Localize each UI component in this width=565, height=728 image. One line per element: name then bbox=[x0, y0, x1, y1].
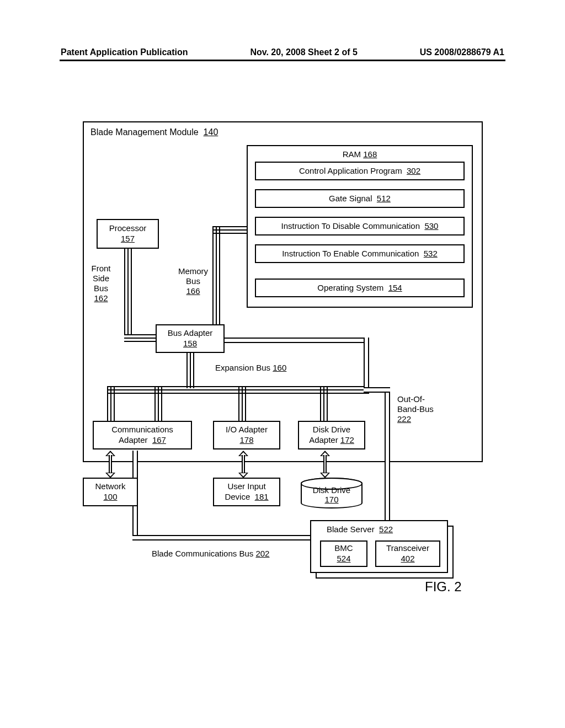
ram-item-os: Operating System 154 bbox=[255, 279, 465, 297]
network-box: Network 100 bbox=[83, 478, 138, 506]
bus-drop-dd bbox=[320, 386, 328, 422]
header-rule bbox=[60, 60, 505, 61]
arrow-dd-disk bbox=[320, 451, 330, 478]
ram-item-gate: Gate Signal 512 bbox=[255, 189, 465, 208]
bus-fsb-vert bbox=[124, 249, 132, 334]
label-expansion-bus: Expansion Bus 160 bbox=[215, 363, 286, 373]
comm-adapter-box: Communications Adapter 167 bbox=[93, 421, 192, 449]
label-memory-bus: MemoryBus166 bbox=[174, 266, 212, 296]
ram-item-cap: Control Application Program 302 bbox=[255, 162, 465, 180]
bus-drop-comm bbox=[107, 386, 115, 422]
bus-fsb-horiz bbox=[124, 334, 160, 342]
processor-box: Processor 157 bbox=[97, 219, 159, 249]
label-oob-bus: Out-Of-Band-Bus222 bbox=[397, 394, 441, 424]
bus-drop-comm2 bbox=[154, 386, 162, 422]
bus-oob-horiz bbox=[364, 387, 390, 393]
bus-adapter-box: Bus Adapter 158 bbox=[156, 324, 225, 353]
figure-label: FIG. 2 bbox=[425, 579, 462, 595]
module-ref: 140 bbox=[204, 127, 218, 137]
label-fsb: FrontSideBus162 bbox=[87, 264, 115, 303]
ram-item-dis: Instruction To Disable Communication 530 bbox=[255, 217, 465, 235]
arrow-io-uid bbox=[238, 451, 248, 478]
bus-mem-vert bbox=[212, 226, 220, 324]
ram-item-en: Instruction To Enable Communication 532 bbox=[255, 244, 465, 263]
bus-exp-down bbox=[186, 353, 194, 388]
dd-adapter-box: Disk Drive Adapter 172 bbox=[298, 421, 365, 449]
header-left: Patent Application Publication bbox=[61, 47, 188, 57]
bus-bcb-horiz bbox=[132, 535, 310, 540]
arrow-comm-network bbox=[105, 451, 115, 478]
module-title: Blade Management Module bbox=[90, 127, 199, 137]
label-bcb: Blade Communications Bus 202 bbox=[152, 549, 269, 559]
transceiver-box: Transceiver 402 bbox=[375, 540, 440, 567]
page-header: Patent Application Publication Nov. 20, … bbox=[61, 47, 504, 57]
disk-drive: Disk Drive 170 bbox=[301, 478, 363, 508]
header-center: Nov. 20, 2008 Sheet 2 of 5 bbox=[250, 47, 357, 57]
bus-drop-io bbox=[238, 386, 246, 422]
ram-ref: 168 bbox=[363, 149, 377, 159]
bus-oob-vert bbox=[385, 393, 390, 521]
ram-label: RAM bbox=[343, 149, 361, 159]
bmc-box: BMC 524 bbox=[320, 540, 367, 567]
header-right: US 2008/0288679 A1 bbox=[420, 47, 504, 57]
bus-mem-horiz bbox=[212, 226, 247, 234]
bus-adapter-right-vert bbox=[364, 338, 369, 393]
uid-box: User Input Device 181 bbox=[213, 478, 280, 506]
bus-adapter-right-stub bbox=[225, 338, 368, 343]
io-adapter-box: I/O Adapter 178 bbox=[213, 421, 280, 449]
